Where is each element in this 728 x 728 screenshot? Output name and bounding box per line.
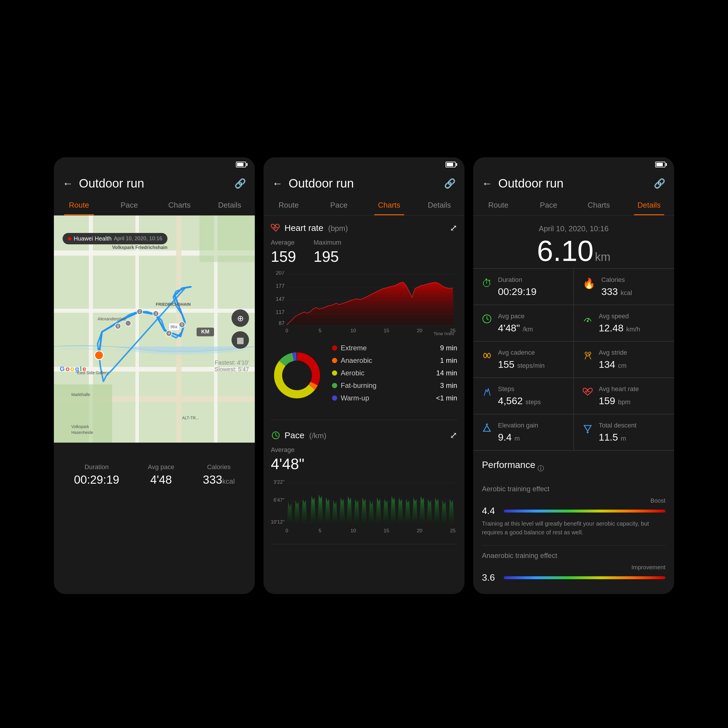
details-header: April 10, 2020, 10:16 6.10 km [473,216,674,268]
distance-display: 6.10 km [480,236,667,265]
heart-rate-icon [271,224,281,232]
hr-avg-label: Average [271,239,296,246]
extreme-dot [332,346,337,350]
tab-details-2[interactable]: Details [414,195,465,215]
duration-label: Duration [74,463,119,471]
elevation-value: 9.4 m [498,431,538,443]
slowest-label: Slowest: 5'47 [215,366,249,373]
tab-pace-1[interactable]: Pace [104,195,154,215]
metrics-grid: ⏱ Duration 00:29:19 🔥 Calories [473,268,674,450]
aerobic-bar-row: 4.4 [482,506,665,516]
hr-chart: 207 177 147 117 87 [271,271,457,335]
hr-max-label: Maximum [314,239,341,246]
map-view[interactable]: 1 6 2 3 4 5 KM [54,216,255,443]
location-button[interactable]: ⊕ [231,309,249,327]
perf-info-icon[interactable]: ⓘ [538,464,544,473]
pace-title: Pace (/km) [284,430,326,440]
back-button-2[interactable]: ← [272,178,283,189]
huawei-health-label: Huawei Health [74,235,112,242]
svg-text:6: 6 [117,324,119,328]
screen-title-3: Outdoor run [498,176,648,190]
hr-avg-value: 159 [271,248,296,265]
share-icon-2[interactable]: 🔗 [444,178,456,189]
svg-text:5: 5 [318,328,321,333]
svg-point-78 [585,352,587,354]
svg-text:10: 10 [350,528,356,534]
descent-value: 11.5 m [599,431,636,443]
stride-info: Avg stride 134 cm [599,349,627,370]
metric-duration: ⏱ Duration 00:29:19 [473,269,574,304]
calories-metric-label: Calories [601,276,632,284]
details-scroll[interactable]: April 10, 2020, 10:16 6.10 km ⏱ Duration [473,216,674,594]
anaerobic-bar-row: 3.6 [482,572,665,583]
zone-fatburning: Fat-burning 3 min [332,381,457,390]
hr-title-row: Heart rate (bpm) ⤢ [271,223,457,233]
warmup-name: Warm-up [341,394,436,402]
aerobic-bar-container [504,509,665,512]
calories-metric-value: 333 kcal [601,286,632,297]
svg-text:20: 20 [417,528,422,534]
avgpace-info: Avg pace 4'48" /km [498,312,533,334]
pace-chart: 3'22" 6'47" 10'12" 0 [271,479,457,537]
share-icon-3[interactable]: 🔗 [654,178,665,189]
hr-avg-col: Average 159 [271,239,296,265]
svg-text:0: 0 [285,328,288,333]
tab-route-3[interactable]: Route [473,195,523,215]
tab-details-3[interactable]: Details [624,195,674,215]
tab-charts-1[interactable]: Charts [154,195,205,215]
aerobic-time: 14 min [436,369,457,377]
warmup-time: <1 min [436,394,457,402]
stat-duration: Duration 00:29:19 [74,463,119,486]
svg-point-15 [125,320,131,326]
pace-avg-value: 4'48" [271,455,304,473]
tab-pace-3[interactable]: Pace [523,195,574,215]
svg-text:Markthalle: Markthalle [71,392,90,397]
avgspeed-icon [583,314,593,326]
svg-text:117: 117 [276,309,284,315]
details-date: April 10, 2020, 10:16 [480,224,667,233]
pace-label: Avg pace [148,463,174,471]
back-button-3[interactable]: ← [482,178,492,189]
avgpace-icon [482,314,492,326]
tab-charts-3[interactable]: Charts [574,195,624,215]
metric-descent: Total descent 11.5 m [574,414,674,450]
pace-info: Fastest: 4'10' Slowest: 5'47 [215,359,249,373]
duration-metric-label: Duration [498,276,536,284]
hr-chart-svg: 207 177 147 117 87 [271,271,457,335]
anaerobic-effect: Anaerobic training effect Improvement 3.… [482,552,665,583]
stride-value: 134 cm [599,359,627,370]
pace-expand-icon[interactable]: ⤢ [450,430,457,440]
layers-button[interactable]: ▦ [231,331,249,349]
svg-text:3'22": 3'22" [274,479,284,485]
back-button-1[interactable]: ← [63,178,73,189]
svg-text:5: 5 [181,323,183,327]
tab-route-1[interactable]: Route [54,195,104,215]
svg-text:15: 15 [384,328,389,333]
steps-icon [482,387,492,399]
performance-section: Performance ⓘ Aerobic training effect Bo… [473,450,674,594]
tab-pace-2[interactable]: Pace [314,195,364,215]
share-icon-1[interactable]: 🔗 [234,178,246,189]
duration-value: 00:29:19 [74,473,119,486]
zones-section: Extreme 9 min Anaerobic 1 min [271,338,457,412]
details-content-wrapper: April 10, 2020, 10:16 6.10 km ⏱ Duration [473,216,674,594]
hr-max-col: Maximum 195 [314,239,341,265]
calories-value: 333kcal [203,473,235,486]
tab-route-2[interactable]: Route [263,195,314,215]
svg-point-76 [488,353,490,358]
tab-charts-2[interactable]: Charts [364,195,414,215]
stats-bar: Duration 00:29:19 Avg pace 4'48 Calories… [54,443,255,507]
tab-details-1[interactable]: Details [205,195,255,215]
svg-rect-10 [199,216,255,262]
svg-point-74 [587,320,589,322]
hr-expand-icon[interactable]: ⤢ [450,223,457,233]
calories-icon: 🔥 [583,277,595,289]
huawei-dot [68,237,71,240]
descent-icon [583,423,593,436]
svg-text:KM: KM [201,329,210,335]
svg-text:Alexanderplatz: Alexanderplatz [98,316,126,321]
cadence-info: Avg cadence 155 steps/min [498,349,544,370]
charts-scroll[interactable]: Heart rate (bpm) ⤢ Average 159 Maxi [263,216,465,594]
fatburning-dot [332,383,337,388]
calories-label: Calories [203,463,235,471]
